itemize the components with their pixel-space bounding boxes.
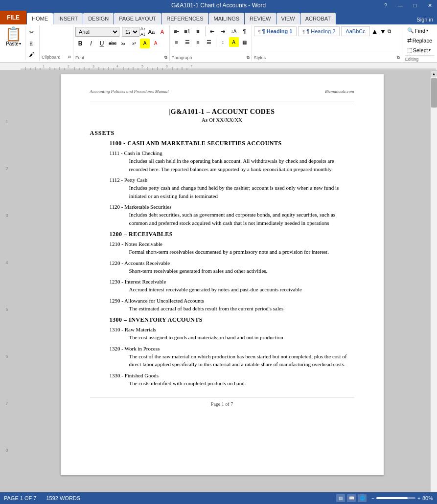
tab-file[interactable]: FILE	[0, 11, 26, 24]
view-icons: ▤ 📖 🌐	[336, 494, 367, 502]
font-size-decrease[interactable]: A↓	[140, 32, 146, 37]
show-formatting-button[interactable]: ¶	[240, 26, 250, 36]
svg-text:7: 7	[190, 65, 192, 68]
zoom-control[interactable]: − + 80%	[371, 495, 433, 501]
bullets-button[interactable]: ≡•	[172, 26, 182, 36]
justify-button[interactable]: ☰	[204, 37, 214, 47]
sort-button[interactable]: ↕A	[229, 26, 239, 36]
styles-expand[interactable]: ⧉	[388, 28, 391, 34]
font-color-button[interactable]: A	[151, 39, 161, 48]
editing-group-label: Editing	[405, 57, 419, 62]
web-layout-button[interactable]: 🌐	[358, 494, 367, 502]
tab-acrobat[interactable]: ACROBAT	[300, 13, 336, 24]
style-heading3[interactable]: AaBbCc	[341, 26, 369, 36]
style-heading1[interactable]: ¶ ¶ Heading 1	[254, 26, 297, 36]
paste-dropdown-icon[interactable]: ▾	[19, 42, 21, 46]
account-1320-desc: The cost of the raw material on which pr…	[129, 352, 354, 369]
borders-button[interactable]: ▦	[240, 37, 250, 47]
document-title[interactable]: G&A101-1 – ACCOUNT CODES	[90, 108, 354, 116]
account-1230-desc: Accrued interest receivable generated by…	[129, 285, 354, 294]
replace-button[interactable]: ⇄ Replace	[405, 36, 434, 44]
page-header: Accounting Policies and Procedures Manua…	[90, 89, 354, 94]
font-name-select[interactable]: Arial	[75, 27, 119, 37]
clipboard-group-label: Clipboard	[42, 55, 61, 60]
tab-design[interactable]: DESIGN	[83, 13, 114, 24]
ruler: 1 2 3 4 5 6	[0, 63, 437, 70]
word-count: 1592 WORDS	[46, 495, 80, 501]
underline-button[interactable]: U	[97, 39, 107, 48]
styles-expand-icon[interactable]: ⧉	[397, 55, 400, 60]
decrease-indent-button[interactable]: ⇤	[207, 26, 217, 36]
subscript-button[interactable]: x₂	[118, 39, 128, 48]
numbering-button[interactable]: ≡1	[183, 26, 192, 36]
font-expand-icon[interactable]: ⧉	[164, 55, 167, 60]
svg-text:6: 6	[166, 65, 168, 68]
zoom-in-icon[interactable]: +	[417, 496, 420, 501]
account-1120-title: 1120 - Marketable Securities	[110, 204, 354, 210]
styles-scroll-down[interactable]: ▼	[380, 27, 387, 35]
account-1290: 1290 - Allowance for Uncollected Account…	[110, 298, 354, 313]
paragraph-expand-icon[interactable]: ⧉	[247, 55, 250, 60]
superscript-button[interactable]: x²	[129, 39, 139, 48]
tab-insert[interactable]: INSERT	[53, 13, 83, 24]
clear-formatting-button[interactable]: A	[158, 27, 167, 37]
scroll-up-button[interactable]: ▲	[431, 70, 437, 77]
italic-button[interactable]: I	[86, 39, 96, 48]
replace-icon: ⇄	[407, 37, 412, 44]
multilevel-list-button[interactable]: ≡	[193, 26, 203, 36]
format-painter-button[interactable]: 🖌	[26, 49, 36, 59]
select-button[interactable]: ⬚ Select ▾	[405, 46, 434, 54]
cut-button[interactable]: ✂	[26, 28, 36, 38]
strikethrough-button[interactable]: abc	[108, 39, 117, 48]
minimize-button[interactable]: —	[393, 0, 408, 11]
ribbon-content: 📋 Paste ▾ ✂ ⎘ 🖌 Clipboard ⧉ Arial 12	[0, 24, 437, 63]
tab-references[interactable]: REFERENCES	[161, 13, 208, 24]
tab-view[interactable]: VIEW	[276, 13, 300, 24]
select-dropdown-icon[interactable]: ▾	[429, 48, 431, 52]
find-dropdown-icon[interactable]: ▾	[426, 28, 428, 33]
maximize-button[interactable]: □	[408, 0, 422, 11]
document-subtitle: As Of XX/XX/XX	[90, 117, 354, 123]
zoom-out-icon[interactable]: −	[371, 496, 374, 501]
tab-mailings[interactable]: MAILINGS	[209, 13, 245, 24]
title-bar: G&A101-1 Chart of Accounts - Word ? — □ …	[0, 0, 437, 11]
change-case-button[interactable]: Aa	[147, 27, 157, 37]
document-area[interactable]: Accounting Policies and Procedures Manua…	[14, 70, 430, 492]
line-spacing-button[interactable]: ↕	[218, 37, 228, 47]
account-1210: 1210 - Notes Receivable Formal short-ter…	[110, 241, 354, 256]
copy-button[interactable]: ⎘	[26, 39, 36, 48]
zoom-slider[interactable]	[376, 497, 415, 499]
font-size-select[interactable]: 12	[122, 27, 139, 37]
read-mode-button[interactable]: 📖	[347, 494, 356, 502]
scroll-thumb[interactable]	[431, 78, 437, 108]
sign-in-link[interactable]: Sign in	[413, 15, 437, 24]
tab-review[interactable]: REVIEW	[245, 13, 276, 24]
text-highlight-button[interactable]: A	[140, 39, 150, 48]
find-button[interactable]: 🔍 Find ▾	[405, 26, 434, 35]
account-1111-desc: Includes all cash held in the operating …	[129, 157, 354, 173]
align-right-button[interactable]: ≡	[193, 37, 203, 47]
increase-indent-button[interactable]: ⇥	[218, 26, 228, 36]
bold-button[interactable]: B	[75, 39, 85, 48]
vertical-scrollbar[interactable]: ▲	[430, 70, 437, 492]
tab-home[interactable]: HOME	[27, 13, 53, 24]
paste-button[interactable]: 📋 Paste ▾	[2, 26, 25, 60]
style-heading2[interactable]: ¶ ¶ Heading 2	[298, 26, 340, 36]
zoom-percent[interactable]: 80%	[422, 495, 433, 501]
account-1320: 1320 - Work in Process The cost of the r…	[110, 346, 354, 369]
align-left-button[interactable]: ≡	[172, 37, 182, 47]
font-size-increase[interactable]: A↑	[140, 26, 146, 32]
page-footer: Page 1 of 7	[90, 397, 354, 407]
document-page[interactable]: Accounting Policies and Procedures Manua…	[61, 74, 384, 475]
help-button[interactable]: ?	[378, 0, 393, 11]
font-group-label: Font	[75, 55, 84, 60]
align-center-button[interactable]: ☰	[183, 37, 192, 47]
paragraph-group-label: Paragraph	[172, 55, 192, 60]
main-area: 1 2 3 4 5 6 7 8 Accounting Policies and …	[0, 70, 437, 492]
print-layout-button[interactable]: ▤	[336, 494, 345, 502]
clipboard-expand-icon[interactable]: ⧉	[68, 55, 71, 60]
styles-scroll-up[interactable]: ▲	[371, 27, 378, 35]
close-button[interactable]: ✕	[422, 0, 437, 11]
shading-button[interactable]: A	[229, 37, 239, 47]
tab-page-layout[interactable]: PAGE LAYOUT	[114, 13, 161, 24]
